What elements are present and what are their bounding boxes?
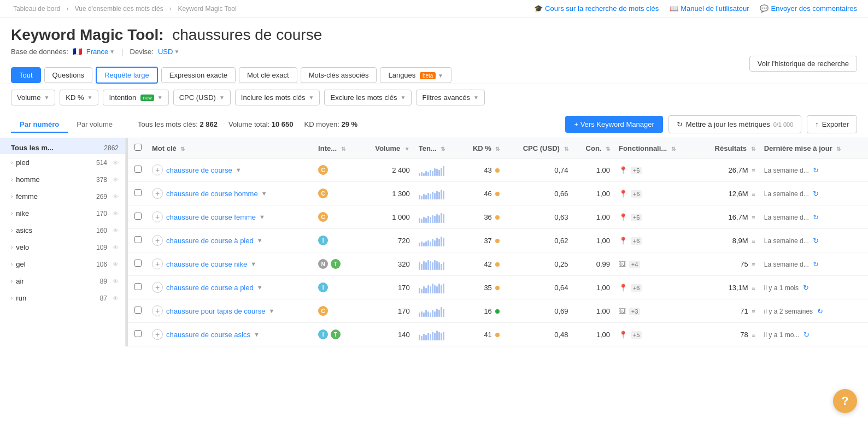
- kd-filter[interactable]: KD % ▼: [60, 90, 98, 105]
- tab-associes[interactable]: Mots-clés associés: [301, 67, 377, 83]
- sidebar-top-item[interactable]: Tous les m... 2862: [0, 138, 125, 154]
- keyword-link[interactable]: chaussure pour tapis de course: [166, 307, 265, 315]
- keyword-dropdown-icon[interactable]: ▼: [257, 284, 263, 291]
- keyword-dropdown-icon[interactable]: ▼: [257, 237, 263, 244]
- add-keyword-button[interactable]: +: [152, 188, 163, 199]
- tab-langues[interactable]: Langues beta ▼: [380, 67, 451, 83]
- filtres-avances[interactable]: Filtres avancés ▼: [416, 90, 484, 105]
- kd-dot: [495, 192, 500, 196]
- row-checkbox[interactable]: [134, 166, 142, 173]
- keyword-manager-button[interactable]: + Vers Keyword Manager: [565, 116, 662, 133]
- row-checkbox[interactable]: [134, 213, 142, 220]
- eye-icon: 👁: [113, 278, 119, 285]
- add-keyword-button[interactable]: +: [152, 329, 163, 340]
- row-checkbox-cell: [128, 182, 148, 205]
- keyword-link[interactable]: chaussure de course nike: [166, 260, 247, 268]
- intent-sort-icon[interactable]: ⇅: [341, 146, 345, 152]
- keyword-dropdown-icon[interactable]: ▼: [261, 190, 267, 197]
- inclure-filter[interactable]: Inclure les mots clés ▼: [235, 90, 320, 105]
- tab-tout[interactable]: Tout: [11, 67, 41, 83]
- cpc-sort-icon[interactable]: ⇅: [564, 146, 568, 152]
- sidebar-item[interactable]: › air 89 👁: [0, 273, 125, 290]
- export-button[interactable]: ↑ Exporter: [807, 115, 857, 133]
- refresh-row-icon[interactable]: ↻: [813, 213, 819, 221]
- sort-tab-numero[interactable]: Par numéro: [11, 117, 68, 133]
- keyword-dropdown-icon[interactable]: ▼: [236, 167, 242, 173]
- keyword-link[interactable]: chaussure de course a pied: [166, 284, 254, 292]
- row-checkbox[interactable]: [134, 330, 142, 337]
- refresh-row-icon[interactable]: ↻: [813, 190, 819, 198]
- volume-sort-icon[interactable]: ▼: [404, 146, 410, 152]
- sidebar-item[interactable]: › run 87 👁: [0, 290, 125, 307]
- breadcrumb-item-1[interactable]: Tableau de bord: [13, 5, 60, 13]
- sidebar-item[interactable]: › gel 106 👁: [0, 256, 125, 273]
- refresh-row-icon[interactable]: ↻: [804, 331, 810, 339]
- results-sort-icon[interactable]: ⇅: [751, 146, 755, 152]
- date-sort-icon[interactable]: ⇅: [836, 146, 841, 152]
- keyword-dropdown-icon[interactable]: ▼: [268, 308, 274, 314]
- refresh-row-icon[interactable]: ↻: [813, 237, 819, 245]
- update-metrics-button[interactable]: ↻ Mettre à jour les métriques 0/1 000: [668, 115, 802, 133]
- tab-questions[interactable]: Questions: [44, 67, 93, 83]
- volume-filter[interactable]: Volume ▼: [11, 90, 55, 105]
- select-all-checkbox[interactable]: [134, 144, 142, 151]
- refresh-row-icon[interactable]: ↻: [813, 166, 819, 174]
- tab-requete[interactable]: Requête large: [96, 67, 158, 84]
- sidebar-item[interactable]: › femme 269 👁: [0, 188, 125, 205]
- refresh-row-icon[interactable]: ↻: [817, 307, 823, 315]
- kd-dot: [495, 286, 500, 290]
- tab-expression[interactable]: Expression exacte: [161, 67, 236, 83]
- keyword-link[interactable]: chaussure de course femme: [166, 213, 256, 221]
- keyword-link[interactable]: chaussure de course asics: [166, 331, 250, 339]
- keyword-link[interactable]: chaussure de course à pied: [166, 237, 254, 245]
- add-keyword-button[interactable]: +: [152, 305, 163, 316]
- con-cell: 1,00: [573, 276, 615, 299]
- keyword-link[interactable]: chaussure de course: [166, 166, 232, 174]
- col-trend: Ten... ⇅: [414, 138, 459, 158]
- keyword-dropdown-icon[interactable]: ▼: [250, 261, 256, 267]
- add-keyword-button[interactable]: +: [152, 282, 163, 293]
- row-checkbox[interactable]: [134, 189, 142, 196]
- keyword-sort-icon[interactable]: ⇅: [180, 146, 185, 152]
- db-dropdown[interactable]: France ▼: [86, 48, 115, 56]
- sidebar-item[interactable]: › velo 109 👁: [0, 239, 125, 256]
- sidebar-item[interactable]: › homme 378 👁: [0, 171, 125, 188]
- commentaires-link[interactable]: 💬 Envoyer des commentaires: [760, 4, 857, 13]
- keyword-link[interactable]: chaussure de course homme: [166, 190, 258, 198]
- devise-dropdown[interactable]: USD ▼: [158, 48, 179, 56]
- row-checkbox[interactable]: [134, 260, 142, 267]
- trend-sort-icon[interactable]: ⇅: [441, 146, 445, 152]
- add-keyword-button[interactable]: +: [152, 258, 163, 269]
- sidebar-item[interactable]: › asics 160 👁: [0, 222, 125, 239]
- kd-sort-icon[interactable]: ⇅: [495, 146, 500, 152]
- history-button[interactable]: Voir l'historique de recherche: [749, 56, 857, 72]
- tab-mot-cle[interactable]: Mot clé exact: [239, 67, 297, 83]
- intention-filter[interactable]: Intention new ▼: [103, 90, 168, 105]
- refresh-row-icon[interactable]: ↻: [803, 284, 809, 292]
- row-checkbox-cell: [128, 229, 148, 252]
- row-checkbox[interactable]: [134, 307, 142, 314]
- table-row: + chaussure pour tapis de course ▼ C 170…: [128, 299, 868, 323]
- keyword-dropdown-icon[interactable]: ▼: [259, 214, 265, 220]
- intent-cell: NT: [314, 252, 359, 276]
- features-sort-icon[interactable]: ⇅: [671, 146, 676, 152]
- volume-chevron-icon: ▼: [44, 95, 49, 101]
- add-keyword-button[interactable]: +: [152, 211, 163, 222]
- sort-tab-volume[interactable]: Par volume: [68, 117, 121, 133]
- add-keyword-button[interactable]: +: [152, 164, 163, 175]
- add-keyword-button[interactable]: +: [152, 235, 163, 246]
- breadcrumb-item-2[interactable]: Vue d'ensemble des mots clés: [75, 5, 163, 13]
- keyword-dropdown-icon[interactable]: ▼: [254, 331, 260, 338]
- con-sort-icon[interactable]: ⇅: [606, 146, 610, 152]
- row-checkbox[interactable]: [134, 236, 142, 243]
- sidebar-item[interactable]: › nike 170 👁: [0, 205, 125, 222]
- refresh-row-icon[interactable]: ↻: [813, 260, 819, 268]
- row-checkbox[interactable]: [134, 283, 142, 290]
- manuel-link[interactable]: 📖 Manuel de l'utilisateur: [670, 4, 749, 13]
- table-row: + chaussure de course ▼ C 2 400 43 0,74 …: [128, 158, 868, 182]
- cours-link[interactable]: 🎓 Cours sur la recherche de mots clés: [534, 4, 659, 13]
- cpc-filter[interactable]: CPC (USD) ▼: [173, 90, 231, 105]
- trend-cell: [414, 182, 459, 205]
- sidebar-item[interactable]: › pied 514 👁: [0, 154, 125, 171]
- exclure-filter[interactable]: Exclure les mots clés ▼: [324, 90, 412, 105]
